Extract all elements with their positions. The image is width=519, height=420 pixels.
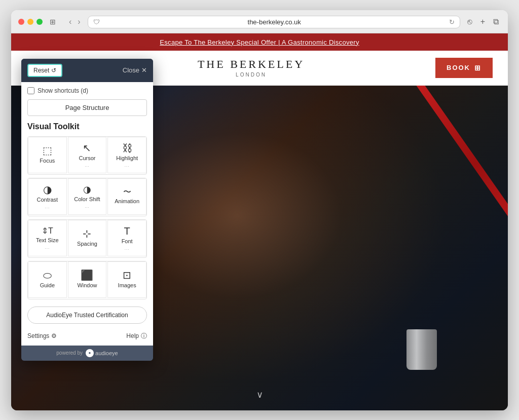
audioeye-icon: ●	[86, 349, 94, 357]
tools-row-3: ⇕T Text Size ··· ⊹ Spacing T Font ·	[27, 219, 147, 258]
contrast-dots: ···	[45, 206, 50, 210]
panel-body: Show shortcuts (d) Page Structure Visual…	[21, 82, 153, 329]
browser-window: ⊞ ‹ › 🛡 the-berkeley.co.uk ↻ ⎋ + ⧉ Escap…	[11, 10, 508, 410]
shortcuts-row: Show shortcuts (d)	[27, 87, 147, 94]
focus-icon: ⬚	[43, 145, 52, 156]
panel-header: Reset ↺ Close ✕	[21, 59, 153, 82]
shortcuts-label: Show shortcuts (d)	[38, 87, 88, 94]
tools-row-1: ⬚ Focus ↖ Cursor ··· ⛓ Highlight ··	[27, 136, 147, 175]
highlight-label: Highlight	[116, 155, 138, 162]
textsize-dots: ···	[45, 246, 50, 251]
close-panel-button[interactable]: Close ✕	[123, 66, 147, 74]
scroll-down-arrow[interactable]: ∨	[256, 389, 263, 400]
powered-by-text: powered by	[56, 350, 83, 356]
panel-footer-actions: Settings ⚙ Help ⓘ	[21, 329, 153, 346]
maximize-traffic-light[interactable]	[36, 19, 43, 25]
colorshift-dots: ···	[85, 205, 90, 210]
audioeye-logo: ● audioeye	[86, 349, 118, 357]
focus-tool[interactable]: ⬚ Focus	[28, 137, 67, 173]
textsize-icon: ⇕T	[42, 227, 53, 235]
spacing-tool[interactable]: ⊹ Spacing	[68, 220, 107, 256]
cursor-tool[interactable]: ↖ Cursor ···	[68, 137, 107, 173]
page-structure-button[interactable]: Page Structure	[27, 99, 147, 116]
spacing-label: Spacing	[77, 241, 97, 247]
reset-icon: ↺	[51, 67, 56, 74]
tools-row-4: ⬭ Guide ⬛ Window ⊡ Images	[27, 261, 147, 299]
colorshift-label: Color Shift	[74, 196, 100, 203]
tool-grid-3: ⇕T Text Size ··· ⊹ Spacing T Font ·	[28, 220, 146, 256]
font-icon: T	[124, 226, 130, 236]
reset-label: Reset	[33, 67, 49, 74]
tab-area: ⊞	[48, 17, 58, 27]
audioeye-name: audioeye	[95, 350, 118, 356]
settings-icon: ⚙	[51, 332, 57, 339]
hotel-location: LONDON	[236, 72, 267, 78]
panel-footer: powered by ● audioeye	[21, 346, 153, 361]
font-tool[interactable]: T Font ···	[107, 220, 146, 256]
promo-link[interactable]: Escape To The Berkeley Special Offer | A…	[160, 39, 359, 46]
window-label: Window	[77, 282, 97, 289]
settings-button[interactable]: Settings ⚙	[27, 332, 57, 340]
tab-icon-button[interactable]: ⊞	[48, 17, 58, 27]
close-traffic-light[interactable]	[18, 19, 24, 25]
guide-icon: ⬭	[43, 270, 52, 280]
book-button[interactable]: BOOK ⊞	[435, 58, 493, 78]
animation-icon: 〜	[123, 188, 131, 196]
new-tab-button[interactable]: +	[478, 16, 487, 27]
visual-toolkit-title: Visual Toolkit	[27, 122, 147, 131]
address-text: the-berkeley.co.uk	[103, 18, 446, 26]
tool-grid-2: ◑ Contrast ··· ◑ Color Shift ··· 〜 Anima…	[28, 178, 146, 215]
animation-tool[interactable]: 〜 Animation	[107, 178, 146, 215]
reload-button[interactable]: ↻	[449, 18, 455, 26]
back-button[interactable]: ‹	[67, 16, 73, 27]
windows-button[interactable]: ⧉	[491, 16, 501, 27]
tool-grid-1: ⬚ Focus ↖ Cursor ··· ⛓ Highlight ··	[28, 137, 146, 173]
highlight-dots: ···	[125, 164, 130, 169]
certification-button[interactable]: AudioEye Trusted Certification	[27, 307, 147, 324]
font-dots: ···	[125, 247, 130, 252]
focus-label: Focus	[40, 158, 55, 164]
cursor-dots: ···	[85, 164, 90, 169]
contrast-label: Contrast	[37, 197, 58, 203]
images-icon: ⊡	[123, 270, 131, 280]
images-label: Images	[118, 282, 136, 289]
security-icon: 🛡	[93, 18, 100, 26]
browser-chrome: ⊞ ‹ › 🛡 the-berkeley.co.uk ↻ ⎋ + ⧉	[11, 10, 508, 33]
colorshift-icon: ◑	[83, 185, 91, 194]
reset-button[interactable]: Reset ↺	[27, 64, 62, 77]
textsize-tool[interactable]: ⇕T Text Size ···	[28, 220, 67, 256]
cocktail-shaker	[406, 329, 437, 370]
shortcuts-checkbox[interactable]	[27, 87, 34, 94]
cursor-icon: ↖	[83, 143, 91, 153]
guide-tool[interactable]: ⬭ Guide	[28, 261, 67, 298]
window-icon: ⬛	[81, 270, 93, 280]
address-bar[interactable]: 🛡 the-berkeley.co.uk ↻	[88, 16, 460, 28]
window-tool[interactable]: ⬛ Window	[68, 261, 107, 298]
hotel-name: THE BERKELEY	[198, 58, 305, 71]
close-icon: ✕	[141, 66, 147, 74]
settings-label: Settings	[27, 332, 49, 339]
textsize-label: Text Size	[36, 237, 59, 244]
promo-banner: Escape To The Berkeley Special Offer | A…	[11, 33, 508, 51]
guide-label: Guide	[40, 282, 55, 289]
website-area: Escape To The Berkeley Special Offer | A…	[11, 33, 508, 410]
tool-grid-4: ⬭ Guide ⬛ Window ⊡ Images	[28, 261, 146, 298]
images-tool[interactable]: ⊡ Images	[107, 261, 146, 298]
minimize-traffic-light[interactable]	[27, 19, 33, 25]
highlight-tool[interactable]: ⛓ Highlight ···	[107, 137, 146, 173]
accessibility-panel: Reset ↺ Close ✕ Show shortcuts (d) Page …	[21, 59, 153, 361]
close-label: Close	[123, 66, 139, 74]
colorshift-tool[interactable]: ◑ Color Shift ···	[68, 178, 107, 215]
share-button[interactable]: ⎋	[465, 16, 474, 27]
contrast-tool[interactable]: ◑ Contrast ···	[28, 178, 67, 215]
help-label: Help	[126, 332, 139, 339]
font-label: Font	[122, 238, 133, 245]
book-icon: ⊞	[474, 64, 481, 72]
help-button[interactable]: Help ⓘ	[126, 332, 147, 340]
highlight-icon: ⛓	[122, 143, 132, 153]
browser-navigation: ‹ ›	[67, 16, 83, 27]
tools-row-2: ◑ Contrast ··· ◑ Color Shift ··· 〜 Anima…	[27, 178, 147, 216]
cursor-label: Cursor	[79, 155, 95, 162]
spacing-icon: ⊹	[83, 228, 91, 239]
forward-button[interactable]: ›	[76, 16, 82, 27]
